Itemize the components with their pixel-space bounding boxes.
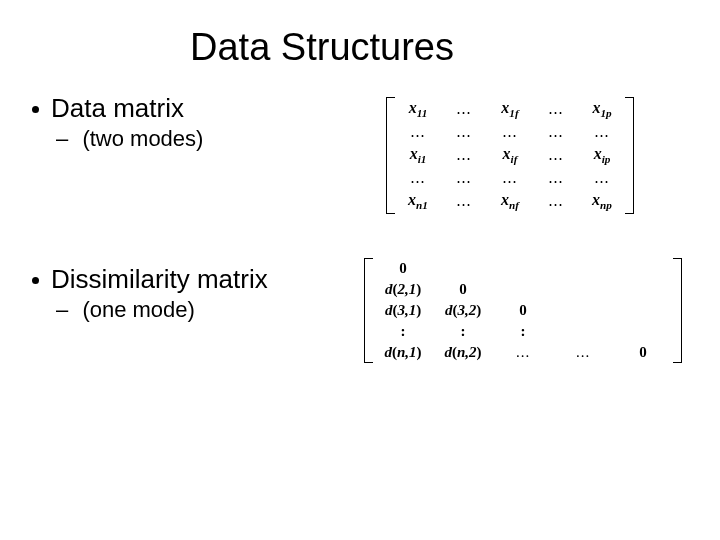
matrix-cell: ... xyxy=(533,121,579,143)
bullet-main-2-text: Dissimilarity matrix xyxy=(51,264,268,295)
matrix-cell: ... xyxy=(441,167,487,189)
matrix-cell: ... xyxy=(533,189,579,213)
matrix-cell: : xyxy=(433,321,493,342)
matrix-cell xyxy=(613,300,673,321)
matrix-cell xyxy=(493,279,553,300)
bullet-sub-2: – (one mode) xyxy=(56,297,268,323)
matrix-cell: ... xyxy=(441,189,487,213)
matrix-cell: xnp xyxy=(579,189,625,213)
bullet-sub-1-text: (two modes) xyxy=(82,126,203,151)
matrix-cell: x1p xyxy=(579,97,625,121)
matrix-cell: xif xyxy=(487,143,533,167)
matrix-cell: ... xyxy=(441,143,487,167)
data-matrix-table: x11...x1f...x1p...............xi1...xif.… xyxy=(395,97,625,214)
matrix-cell: ... xyxy=(395,167,441,189)
matrix-cell: ... xyxy=(579,121,625,143)
matrix-cell: d(3,2) xyxy=(433,300,493,321)
dash-icon: – xyxy=(56,126,68,152)
matrix-cell: ... xyxy=(395,121,441,143)
matrix-cell xyxy=(553,300,613,321)
matrix-cell: ... xyxy=(553,342,613,363)
matrix-cell: x11 xyxy=(395,97,441,121)
matrix-cell: ... xyxy=(441,97,487,121)
bullet-main-1-text: Data matrix xyxy=(51,93,184,124)
dissimilarity-matrix: 0d(2,1)0d(3,1)d(3,2)0:::d(n,1)d(n,2)....… xyxy=(364,258,682,363)
matrix-cell: 0 xyxy=(493,300,553,321)
matrix-cell: xi1 xyxy=(395,143,441,167)
matrix-cell: ... xyxy=(579,167,625,189)
section-dissimilarity: Dissimilarity matrix – (one mode) 0d(2,1… xyxy=(28,264,692,363)
matrix-cell xyxy=(493,258,553,279)
dissimilarity-matrix-table: 0d(2,1)0d(3,1)d(3,2)0:::d(n,1)d(n,2)....… xyxy=(373,258,673,363)
matrix-cell: xip xyxy=(579,143,625,167)
bracket-right-icon xyxy=(673,258,682,363)
matrix-cell: 0 xyxy=(433,279,493,300)
dash-icon: – xyxy=(56,297,68,323)
bullet-sub-2-text: (one mode) xyxy=(82,297,195,322)
matrix-cell xyxy=(613,321,673,342)
data-matrix: x11...x1f...x1p...............xi1...xif.… xyxy=(386,97,634,214)
matrix-cell: ... xyxy=(493,342,553,363)
matrix-cell: 0 xyxy=(373,258,433,279)
matrix-cell: xn1 xyxy=(395,189,441,213)
bullet-main-1: Data matrix xyxy=(28,93,203,124)
matrix-cell: : xyxy=(373,321,433,342)
matrix-cell: ... xyxy=(487,121,533,143)
matrix-cell xyxy=(613,258,673,279)
bullet-dot-icon xyxy=(32,106,39,113)
matrix-cell: d(2,1) xyxy=(373,279,433,300)
matrix-cell xyxy=(433,258,493,279)
matrix-cell: ... xyxy=(533,143,579,167)
matrix-cell: 0 xyxy=(613,342,673,363)
matrix-cell: ... xyxy=(487,167,533,189)
bullets-2: Dissimilarity matrix – (one mode) xyxy=(28,264,268,323)
bracket-right-icon xyxy=(625,97,634,214)
matrix-cell xyxy=(553,279,613,300)
bullet-dot-icon xyxy=(32,277,39,284)
matrix-cell: d(n,2) xyxy=(433,342,493,363)
matrix-cell xyxy=(553,258,613,279)
slide: Data Structures Data matrix – (two modes… xyxy=(0,0,720,540)
matrix-cell: ... xyxy=(533,97,579,121)
matrix-cell: ... xyxy=(441,121,487,143)
bracket-left-icon xyxy=(364,258,373,363)
matrix-cell: d(3,1) xyxy=(373,300,433,321)
bullets-1: Data matrix – (two modes) xyxy=(28,93,203,152)
bullet-sub-1: – (two modes) xyxy=(56,126,203,152)
matrix-cell xyxy=(553,321,613,342)
matrix-cell: ... xyxy=(533,167,579,189)
section-data-matrix: Data matrix – (two modes) x11...x1f...x1… xyxy=(28,93,692,214)
matrix-cell: d(n,1) xyxy=(373,342,433,363)
matrix-cell: : xyxy=(493,321,553,342)
slide-title: Data Structures xyxy=(112,26,532,69)
matrix-cell xyxy=(613,279,673,300)
bullet-main-2: Dissimilarity matrix xyxy=(28,264,268,295)
matrix-cell: x1f xyxy=(487,97,533,121)
matrix-cell: xnf xyxy=(487,189,533,213)
bracket-left-icon xyxy=(386,97,395,214)
